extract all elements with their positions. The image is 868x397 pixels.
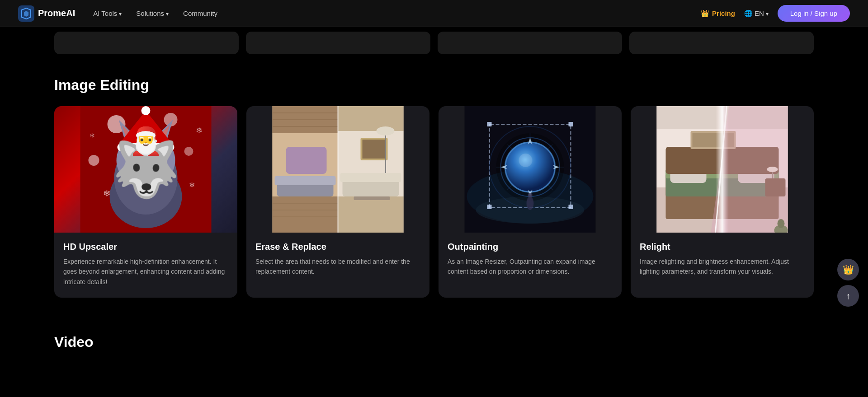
outpainting-image <box>439 106 622 233</box>
svg-point-17 <box>152 153 163 163</box>
nav-ai-tools[interactable]: AI Tools <box>93 9 122 17</box>
svg-rect-60 <box>569 122 573 126</box>
top-strip <box>0 27 868 59</box>
ai-tools-chevron-icon <box>119 9 122 17</box>
erase-replace-image <box>246 106 429 233</box>
svg-rect-59 <box>487 122 492 126</box>
crown-icon: 👑 <box>701 9 709 18</box>
relight-card[interactable]: Relight Image relighting and brightness … <box>631 106 814 298</box>
svg-rect-24 <box>150 176 155 182</box>
svg-point-25 <box>138 180 154 191</box>
svg-point-77 <box>527 196 534 210</box>
svg-text:❄: ❄ <box>90 132 95 139</box>
erase-replace-card[interactable]: Erase & Replace Select the area that nee… <box>246 106 429 298</box>
solutions-chevron-icon <box>166 9 169 17</box>
relight-svg <box>631 106 814 233</box>
hd-upscaler-desc: Experience remarkable high-definition en… <box>63 257 228 287</box>
svg-rect-48 <box>338 196 404 233</box>
image-editing-section: Image Editing <box>0 59 868 325</box>
relight-image <box>631 106 814 233</box>
svg-point-50 <box>377 126 395 135</box>
globe-icon: 🌐 <box>744 9 753 18</box>
svg-point-16 <box>129 153 140 163</box>
relight-desc: Image relighting and brightness enhancem… <box>640 257 805 277</box>
top-card-2[interactable] <box>246 32 430 54</box>
svg-rect-61 <box>487 205 492 209</box>
main-content: Image Editing <box>0 0 868 350</box>
outpainting-card[interactable]: Outpainting As an Image Resizer, Outpain… <box>439 106 622 298</box>
svg-point-18 <box>132 154 139 160</box>
nav-community[interactable]: Community <box>183 9 217 17</box>
svg-rect-47 <box>363 140 386 159</box>
svg-point-20 <box>135 155 138 158</box>
top-card-4[interactable] <box>629 32 814 54</box>
svg-rect-23 <box>137 176 142 182</box>
premium-float-button[interactable]: 👑 <box>837 259 859 280</box>
svg-point-8 <box>117 133 175 187</box>
svg-point-6 <box>110 165 182 228</box>
svg-rect-53 <box>354 196 390 200</box>
hd-upscaler-body: HD Upscaler Experience remarkable high-d… <box>54 233 237 298</box>
svg-text:❄: ❄ <box>189 181 195 189</box>
lang-chevron-icon <box>766 9 769 17</box>
erase-replace-desc: Select the area that needs to be modifie… <box>255 257 420 277</box>
pricing-link[interactable]: 👑 Pricing <box>701 9 735 18</box>
erase-replace-title: Erase & Replace <box>255 242 420 252</box>
logo-text: PromeAI <box>38 8 75 19</box>
svg-rect-98 <box>657 106 788 233</box>
relight-body: Relight Image relighting and brightness … <box>631 233 814 288</box>
svg-rect-42 <box>275 176 336 185</box>
svg-point-78 <box>528 193 533 197</box>
nav-right: 👑 Pricing 🌐 EN Log in / Sign up <box>701 5 850 22</box>
navbar: PromeAI AI Tools Solutions Community 👑 P… <box>0 0 868 27</box>
svg-rect-36 <box>273 196 338 233</box>
image-editing-cards-grid: ❄ ❄ ❄ ❄ HD Upscaler Experience remarkabl… <box>54 106 814 298</box>
nav-solutions[interactable]: Solutions <box>136 9 169 17</box>
svg-rect-40 <box>286 147 327 174</box>
top-card-1[interactable] <box>54 32 239 54</box>
video-section: Video <box>0 325 868 350</box>
svg-rect-52 <box>340 173 401 182</box>
crown-float-icon: 👑 <box>843 264 854 275</box>
hd-upscaler-image: ❄ ❄ ❄ ❄ <box>54 106 237 233</box>
hd-upscaler-title: HD Upscaler <box>63 242 228 252</box>
svg-point-22 <box>140 165 152 174</box>
nav-links: AI Tools Solutions Community <box>93 9 701 17</box>
logo-icon <box>18 5 34 22</box>
svg-rect-62 <box>569 205 573 209</box>
wolf-svg: ❄ ❄ ❄ ❄ <box>54 106 237 233</box>
svg-point-76 <box>519 154 533 167</box>
float-buttons: 👑 ↑ <box>837 259 859 307</box>
svg-text:❄: ❄ <box>196 126 203 135</box>
room-svg <box>246 106 429 233</box>
outpainting-desc: As an Image Resizer, Outpainting can exp… <box>448 257 613 277</box>
outpainting-title: Outpainting <box>448 242 613 252</box>
scroll-top-icon: ↑ <box>846 291 850 301</box>
relight-title: Relight <box>640 242 805 252</box>
svg-text:❄: ❄ <box>103 188 111 198</box>
language-selector[interactable]: 🌐 EN <box>744 9 769 18</box>
svg-rect-14 <box>118 143 175 151</box>
image-editing-title: Image Editing <box>54 77 814 93</box>
logo[interactable]: PromeAI <box>18 5 75 22</box>
svg-point-15 <box>142 106 151 115</box>
svg-point-4 <box>184 147 193 156</box>
svg-point-19 <box>155 154 161 160</box>
top-card-3[interactable] <box>438 32 622 54</box>
hd-upscaler-card[interactable]: ❄ ❄ ❄ ❄ HD Upscaler Experience remarkabl… <box>54 106 237 298</box>
svg-point-5 <box>89 155 99 166</box>
video-section-title: Video <box>54 334 814 350</box>
svg-point-21 <box>158 155 160 158</box>
svg-point-7 <box>114 142 178 215</box>
svg-rect-44 <box>338 106 404 131</box>
outpaint-svg <box>439 106 622 233</box>
erase-replace-body: Erase & Replace Select the area that nee… <box>246 233 429 288</box>
scroll-top-button[interactable]: ↑ <box>837 285 859 307</box>
login-signup-button[interactable]: Log in / Sign up <box>778 5 850 22</box>
outpainting-body: Outpainting As an Image Resizer, Outpain… <box>439 233 622 288</box>
